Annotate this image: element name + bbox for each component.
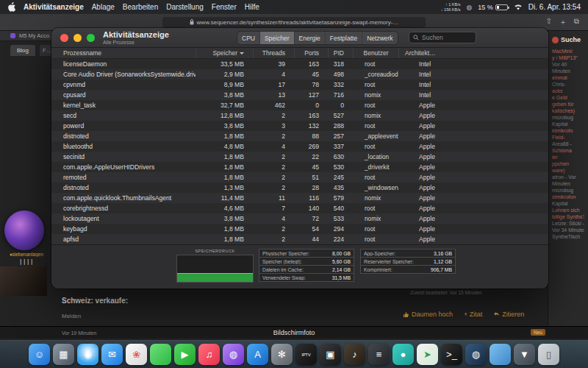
menubar-menu-item[interactable]: Fenster (212, 3, 237, 11)
sidebar-thread-link[interactable]: acks (552, 88, 584, 94)
sidebar-thread-link[interactable]: Schisma (552, 147, 584, 154)
process-row[interactable]: secinitd 1,8 MB 2 22 630 _location Apple (51, 152, 548, 162)
process-row[interactable]: kernel_task 32,7 MB 462 0 0 root Apple (51, 100, 548, 110)
menubar-menu-item[interactable]: Hilfe (245, 3, 259, 11)
sidebar-thread-link[interactable]: SyntheTisch (552, 233, 584, 240)
process-row[interactable]: keybagd 1,8 MB 2 54 294 root Apple (51, 224, 548, 234)
dock-icon[interactable]: A (247, 344, 268, 365)
album-art-thumbnail[interactable] (4, 210, 44, 250)
report-link[interactable]: Melden (62, 313, 81, 319)
sidebar-thread-link[interactable]: MacMini/ (552, 48, 584, 54)
column-header-name[interactable]: Prozessname (51, 48, 196, 58)
dock-icon[interactable]: ≡ (368, 344, 390, 365)
menubar-menu-item[interactable]: Darstellung (166, 3, 204, 11)
dock-icon[interactable]: ✻ (271, 344, 293, 365)
new-tab-icon[interactable]: ＋ (559, 17, 567, 27)
process-row[interactable]: com.apple.AppleUserHIDDrivers 1,8 MB 2 4… (51, 162, 548, 172)
sidebar-thread-link[interactable]: ware) (552, 167, 584, 174)
thread-title[interactable]: Bildschirmfoto (0, 329, 588, 336)
process-row[interactable]: Core Audio Driver (SonarworksSystemwide.… (51, 69, 548, 79)
dock-icon[interactable]: IPTV (295, 344, 317, 365)
column-header-arch[interactable]: Architekt… (398, 48, 548, 58)
sidebar-thread-link[interactable]: Minuten (552, 68, 584, 74)
sidebar-thread-link[interactable]: y / MBP13" (552, 54, 584, 61)
sidebar-search-header[interactable]: Suche (552, 36, 584, 43)
dock-icon[interactable]: ◉ (77, 344, 98, 365)
quote-button[interactable]: Zitieren (493, 311, 524, 318)
sidebar-thread-link[interactable]: ktmikrofo (552, 127, 584, 134)
dock-icon[interactable]: ● (392, 344, 414, 365)
column-header-memory[interactable]: Speicher (196, 48, 253, 58)
battery-indicator[interactable]: 15 % (478, 4, 508, 11)
tabs-overview-icon[interactable]: ⧉ (574, 17, 579, 27)
sidebar-thread-link[interactable]: microbug (552, 187, 584, 194)
menubar-menu-item[interactable]: Bearbeiten (123, 3, 158, 11)
dock-icon[interactable] (150, 344, 171, 365)
sidebar-thread-link[interactable]: stmikrofon (552, 194, 584, 200)
column-header-user[interactable]: Benutzer (353, 48, 398, 58)
dock-icon[interactable]: ▦ (53, 344, 74, 365)
process-row[interactable]: distnoted 1,8 MB 2 88 257 _appleevents A… (51, 131, 548, 141)
dock-icon[interactable]: ♫ (198, 344, 220, 365)
process-row[interactable]: lockoutagent 3,8 MB 4 72 533 nomix Apple (51, 213, 548, 224)
dock-icon[interactable]: ☺ (29, 344, 50, 365)
sidebar-thread-link[interactable]: billige Synths? (552, 213, 584, 220)
sidebar-thread-link[interactable]: Lohnen sich (552, 207, 584, 213)
process-row[interactable]: remoted 1,8 MB 2 51 245 root Apple (51, 172, 548, 183)
process-row[interactable]: powerd 3,8 MB 3 132 288 root Apple (51, 121, 548, 131)
sidebar-thread-link[interactable]: Vor 40 (552, 61, 584, 68)
process-row[interactable]: bluetoothd 4,8 MB 4 269 337 root Apple (51, 141, 548, 152)
menubar-app-name[interactable]: Aktivitätsanzeige (24, 3, 84, 11)
sidebar-thread-link[interactable]: Kapital (552, 121, 584, 127)
column-header-ports[interactable]: Ports (294, 48, 328, 58)
sidebar-thread-link[interactable]: ler (552, 154, 584, 160)
view-tab[interactable]: CPU (237, 32, 260, 44)
process-row[interactable]: licenseDaemon 33,5 MB 39 163 318 root In… (51, 59, 548, 69)
minimize-window-button[interactable] (74, 34, 82, 42)
sidebar-thread-link[interactable]: einmal (552, 74, 584, 81)
close-window-button[interactable] (60, 34, 68, 42)
sidebar-thread-link[interactable]: Minuten (552, 180, 584, 187)
view-tab[interactable]: Netzwerk (362, 32, 397, 44)
column-header-pid[interactable]: PID (328, 48, 353, 58)
view-tab[interactable]: Speicher (260, 32, 295, 44)
quote-plus-button[interactable]: + Zitat (464, 311, 482, 318)
wifi-icon[interactable] (514, 4, 523, 10)
dock-icon[interactable]: ♪ (344, 344, 365, 365)
dock-icon[interactable]: ◍ (223, 344, 244, 365)
dock-icon[interactable]: ▶ (174, 344, 196, 365)
bookmark-tab[interactable]: M5 My Acco… (19, 32, 54, 39)
column-header-threads[interactable]: Threads (253, 48, 294, 58)
sidebar-thread-link[interactable]: e Geld (552, 94, 584, 101)
control-center-icon[interactable]: ◍ (466, 4, 472, 11)
sidebar-thread-link[interactable]: kalisches) (552, 107, 584, 114)
forum-tab-f[interactable]: F… (40, 45, 51, 56)
forum-tab-blog[interactable]: Blog (10, 45, 35, 56)
dock-icon[interactable]: ➤ (417, 344, 438, 365)
sidebar-thread-link[interactable]: Vor 34 Minuten (552, 227, 584, 233)
menubar-menu-item[interactable]: Ablage (92, 3, 115, 11)
apple-menu-icon[interactable] (7, 2, 15, 12)
dock-icon[interactable]: ▣ (320, 344, 341, 365)
album-art-thumbnail-2[interactable] (0, 266, 47, 296)
process-row[interactable]: corebrightnessd 4,6 MB 7 140 540 root Ap… (51, 203, 548, 213)
sidebar-thread-link[interactable]: geben für (552, 101, 584, 107)
process-row[interactable]: cpusard 3,8 MB 13 127 716 nomix Intel (51, 90, 548, 100)
am-titlebar[interactable]: Aktivitätsanzeige Alle Prozesse CPUSpeic… (51, 28, 548, 48)
process-row[interactable]: secd 12,8 MB 2 163 527 nomix Apple (51, 110, 548, 121)
menubar-clock[interactable]: Di. 6. Apr. 13:54 (528, 3, 581, 11)
sidebar-thread-link[interactable]: Field- (552, 134, 584, 141)
process-row[interactable]: apfsd 1,8 MB 2 44 224 root Apple (51, 234, 548, 244)
process-row[interactable]: com.apple.quicklook.ThumbnailsAgent 11,4… (51, 193, 548, 203)
sidebar-thread-link[interactable]: Area88 - (552, 141, 584, 147)
process-row[interactable]: cpvnmd 8,9 MB 17 78 332 root Intel (51, 79, 548, 90)
view-tab[interactable]: Festplatte (326, 32, 362, 44)
thumbs-up-button[interactable]: Daumen hoch (403, 311, 453, 318)
search-field[interactable]: Suchen (409, 32, 476, 43)
dock-icon[interactable]: ▯ (538, 344, 559, 365)
process-row[interactable]: distnoted 1,3 MB 2 28 435 _windowserver … (51, 183, 548, 193)
sidebar-thread-link[interactable]: ppchen (552, 160, 584, 167)
dock-icon[interactable] (490, 344, 511, 365)
share-icon[interactable]: ⇧ (545, 17, 551, 27)
sidebar-thread-link[interactable]: microbug (552, 114, 584, 121)
